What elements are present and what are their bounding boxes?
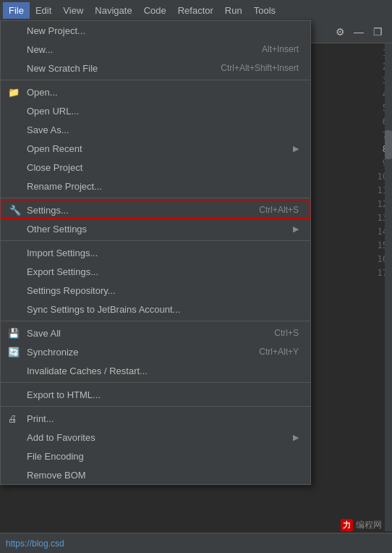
menu-separator (1, 321, 310, 321)
menu-item-new-scratch[interactable]: New Scratch FileCtrl+Alt+Shift+Insert (1, 59, 310, 77)
menu-item-shortcut: Ctrl+Alt+Shift+Insert (221, 63, 299, 73)
menu-item-remove-bom[interactable]: Remove BOM (1, 465, 310, 484)
menu-item-label: Settings Repository... (27, 285, 299, 296)
menu-item-file-encoding[interactable]: File Encoding (1, 447, 310, 465)
menu-item-shortcut: Ctrl+S (274, 328, 299, 338)
menu-item-label: New... (27, 44, 247, 55)
menu-item-shortcut: Ctrl+Alt+S (259, 205, 299, 215)
submenu-arrow-icon: ▶ (293, 144, 299, 153)
menu-item-add-favorites[interactable]: Add to Favorites▶ (1, 428, 310, 447)
menu-item-other-settings[interactable]: Other Settings▶ (1, 219, 310, 238)
menu-bar-item-run[interactable]: Run (219, 2, 248, 19)
menu-item-label: Save As... (27, 124, 299, 135)
menu-bar-item-file[interactable]: File (3, 2, 30, 19)
submenu-arrow-icon: ▶ (293, 433, 299, 442)
folder-icon: 📁 (8, 87, 20, 98)
menu-item-label: New Project... (27, 25, 299, 36)
menu-item-label: Add to Favorites (27, 432, 286, 443)
menu-item-label: Open URL... (27, 106, 299, 117)
menu-bar-item-navigate[interactable]: Navigate (89, 2, 137, 19)
menu-item-label: Settings... (27, 205, 244, 216)
menu-item-close-project[interactable]: Close Project (1, 158, 310, 177)
bottom-link[interactable]: https://blog.csd (6, 539, 64, 549)
menu-bar-item-refactor[interactable]: Refactor (172, 2, 219, 19)
menu-item-shortcut: Ctrl+Alt+Y (259, 347, 299, 357)
menu-bar: FileEditViewNavigateCodeRefactorRunTools (0, 0, 392, 20)
file-dropdown-menu: New Project...New...Alt+InsertNew Scratc… (0, 20, 311, 485)
wrench-icon: 🔧 (9, 205, 21, 216)
print-icon: 🖨 (8, 413, 17, 424)
menu-separator (1, 198, 310, 198)
menu-item-label: Import Settings... (27, 248, 299, 258)
menu-item-sync-settings[interactable]: Sync Settings to JetBrains Account... (1, 300, 310, 318)
menu-item-label: Invalidate Caches / Restart... (27, 366, 299, 376)
menu-item-synchronize[interactable]: 🔄SynchronizeCtrl+Alt+Y (1, 342, 310, 361)
menu-separator (1, 382, 310, 383)
menu-separator (1, 240, 310, 241)
menu-separator (1, 80, 310, 80)
menu-item-label: Other Settings (27, 224, 286, 235)
menu-item-label: Close Project (27, 162, 299, 173)
menu-item-label: Sync Settings to JetBrains Account... (27, 304, 299, 315)
menu-item-label: Export Settings... (27, 266, 299, 277)
menu-item-settings[interactable]: 🔧Settings...Ctrl+Alt+S (1, 200, 310, 219)
menu-item-import-settings[interactable]: Import Settings... (1, 243, 310, 262)
watermark-logo: 力 (341, 519, 353, 531)
menu-item-label: Print... (27, 413, 299, 424)
menu-item-label: Save All (27, 328, 260, 339)
menu-separator (1, 406, 310, 407)
menu-item-label: Open... (27, 87, 299, 98)
minimize-button[interactable]: — (350, 23, 367, 41)
scrollbar-thumb[interactable] (385, 130, 392, 159)
menu-item-new-project[interactable]: New Project... (1, 21, 310, 40)
menu-item-label: Rename Project... (27, 181, 299, 192)
menu-item-rename-project[interactable]: Rename Project... (1, 177, 310, 195)
menu-item-settings-repo[interactable]: Settings Repository... (1, 281, 310, 300)
sync-icon: 🔄 (8, 347, 20, 358)
restore-button[interactable]: ❐ (369, 23, 386, 41)
submenu-arrow-icon: ▶ (293, 224, 299, 234)
menu-item-save-as[interactable]: Save As... (1, 120, 310, 139)
save-icon: 💾 (8, 328, 20, 339)
menu-item-invalidate-caches[interactable]: Invalidate Caches / Restart... (1, 361, 310, 380)
menu-item-export-html[interactable]: Export to HTML... (1, 385, 310, 404)
menu-item-label: Export to HTML... (27, 389, 299, 400)
menu-item-label: Open Recent (27, 143, 286, 154)
menu-item-label: File Encoding (27, 451, 299, 462)
watermark: 力编程网 (341, 519, 382, 531)
menu-item-new[interactable]: New...Alt+Insert (1, 40, 310, 59)
menu-item-label: New Scratch File (27, 63, 206, 74)
menu-item-print[interactable]: 🖨Print... (1, 409, 310, 428)
menu-item-label: Remove BOM (27, 470, 299, 481)
watermark-text: 编程网 (356, 519, 382, 531)
menu-bar-item-tools[interactable]: Tools (248, 2, 281, 19)
editor-scrollbar[interactable] (385, 43, 392, 531)
menu-item-save-all[interactable]: 💾Save AllCtrl+S (1, 324, 310, 342)
menu-item-shortcut: Alt+Insert (262, 44, 299, 54)
menu-item-open-url[interactable]: Open URL... (1, 101, 310, 120)
menu-bar-item-edit[interactable]: Edit (30, 2, 57, 19)
menu-item-open[interactable]: 📁Open... (1, 83, 310, 101)
menu-item-open-recent[interactable]: Open Recent▶ (1, 139, 310, 158)
menu-bar-item-view[interactable]: View (57, 2, 89, 19)
menu-item-export-settings[interactable]: Export Settings... (1, 262, 310, 281)
bottom-bar: https://blog.csd (0, 533, 392, 553)
gear-button[interactable]: ⚙ (331, 23, 349, 41)
menu-bar-item-code[interactable]: Code (138, 2, 172, 19)
menu-item-label: Synchronize (27, 347, 244, 358)
